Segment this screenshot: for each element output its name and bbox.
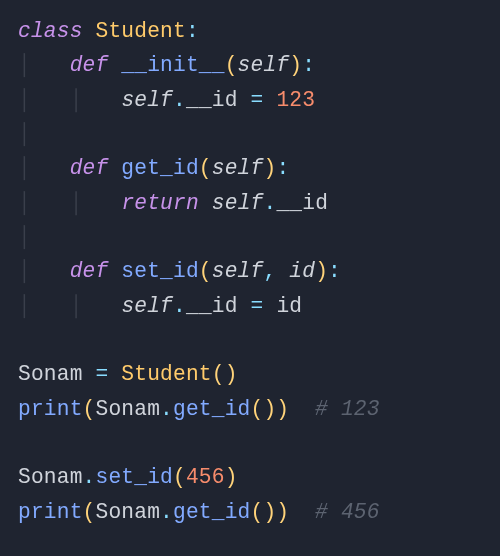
param-self: self [212,156,264,180]
method-get-id: get_id [121,156,199,180]
blank-line: │ [18,225,31,249]
class-name: Student [96,19,186,43]
code-line: │ def __init__(self): [18,53,315,77]
class-call: Student [121,362,211,386]
method-init: __init__ [121,53,224,77]
param-id: id [289,259,315,283]
code-line: Sonam.set_id(456) [18,465,238,489]
print-call: print [18,500,83,524]
indent-guide: │ [18,122,31,146]
indent-guide: │ [18,156,31,180]
var-sonam: Sonam [18,362,83,386]
var-sonam: Sonam [96,397,161,421]
self-ref: self [121,294,173,318]
var-sonam: Sonam [18,465,83,489]
method-call-set-id: set_id [96,465,174,489]
code-line: │ │ self.__id = id [18,294,302,318]
method-set-id: set_id [121,259,199,283]
indent-guide: │ [18,294,31,318]
indent-guide: │ [70,191,83,215]
blank-line [18,328,31,352]
indent-guide: │ [18,191,31,215]
code-line: │ def get_id(self): [18,156,289,180]
literal-123: 123 [276,88,315,112]
keyword-def: def [70,156,109,180]
print-call: print [18,397,83,421]
keyword-def: def [70,53,109,77]
self-ref: self [212,191,264,215]
indent-guide: │ [70,88,83,112]
equals-op: = [251,88,264,112]
method-call-get-id: get_id [173,397,251,421]
method-call-get-id: get_id [173,500,251,524]
code-editor[interactable]: class Student: │ def __init__(self): │ │… [0,0,500,543]
comment-123: # 123 [315,397,380,421]
indent-guide: │ [18,225,31,249]
comment-456: # 456 [315,500,380,524]
indent-guide: │ [18,53,31,77]
keyword-class: class [18,19,83,43]
blank-line [18,431,31,455]
equals-op: = [96,362,109,386]
code-line: │ │ self.__id = 123 [18,88,315,112]
code-line: │ def set_id(self, id): [18,259,341,283]
indent-guide: │ [70,294,83,318]
code-line: │ │ return self.__id [18,191,328,215]
blank-line: │ [18,122,31,146]
param-self: self [212,259,264,283]
code-line: print(Sonam.get_id()) # 123 [18,397,380,421]
equals-op: = [251,294,264,318]
code-line: print(Sonam.get_id()) # 456 [18,500,380,524]
keyword-def: def [70,259,109,283]
code-line: Sonam = Student() [18,362,238,386]
param-self: self [238,53,290,77]
var-id: id [276,294,302,318]
self-ref: self [121,88,173,112]
literal-456: 456 [186,465,225,489]
indent-guide: │ [18,259,31,283]
attr-id: __id [186,88,238,112]
attr-id: __id [276,191,328,215]
var-sonam: Sonam [96,500,161,524]
indent-guide: │ [18,88,31,112]
attr-id: __id [186,294,238,318]
keyword-return: return [121,191,199,215]
code-line: class Student: [18,19,199,43]
